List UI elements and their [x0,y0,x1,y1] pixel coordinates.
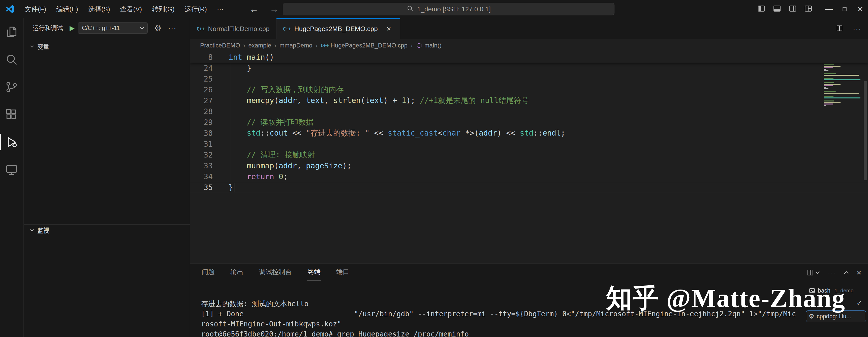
breadcrumb-item[interactable]: C++HugePages2MB_DEMO.cpp [320,42,407,49]
panel-tab-问题[interactable]: 问题 [201,264,215,280]
code-line-26[interactable]: 26 // 写入数据，到映射的内存 [190,84,868,95]
activity-run-and-debug-icon[interactable] [0,128,24,156]
breadcrumb-label: HugePages2MB_DEMO.cpp [331,42,407,49]
close-panel-icon[interactable]: × [857,268,862,277]
tab-NormalFileDemo.cpp[interactable]: C++NormalFileDemo.cpp [190,18,277,39]
minimap-line [824,69,826,70]
code-line-28[interactable]: 28 [190,106,868,117]
menu-overflow-icon[interactable]: ··· [212,2,228,16]
panel-tab-调试控制台[interactable]: 调试控制台 [258,264,292,280]
activity-bar [0,18,24,337]
menu-item[interactable]: 文件(F) [20,2,51,16]
maximize-button[interactable] [837,0,852,18]
minimap-line [824,93,859,94]
close-icon[interactable]: × [384,24,394,33]
menu-item[interactable]: 选择(S) [83,2,115,16]
panel-tab-端口[interactable]: 端口 [336,264,350,280]
minimap-line [824,82,834,83]
code-line-34[interactable]: 34 return 0; [190,171,868,182]
menu-item[interactable]: 转到(G) [147,2,180,16]
debug-config-dropdown[interactable]: C/C++: g++-11 [78,23,148,34]
back-arrow-icon[interactable]: ← [249,4,258,15]
code-text: } [228,64,251,73]
minimap-line [824,105,826,106]
search-icon [406,5,413,13]
code-line-32[interactable]: 32 // 清理: 接触映射 [190,149,868,160]
minimize-button[interactable]: — [821,0,837,18]
panel-tab-终端[interactable]: 终端 [307,264,321,280]
split-editor-icon[interactable] [836,25,843,33]
menu-item[interactable]: 查看(V) [115,2,147,16]
editor-actions: ··· [836,18,862,39]
toggle-panel-icon[interactable] [773,4,781,14]
variables-section-header[interactable]: 变量 [24,41,190,53]
code-line-35[interactable]: 35} [190,182,868,193]
code-line-30[interactable]: 30 std::cout << "存进去的数据: " << static_cas… [190,128,868,139]
debug-settings-gear-icon[interactable]: ⚙ [154,23,161,33]
breadcrumb-label: main() [425,42,441,49]
activity-remote-explorer-icon[interactable] [0,156,24,183]
code-line-27[interactable]: 27 memcpy(addr, text, strlen(text) + 1);… [190,95,868,106]
tab-label: NormalFileDemo.cpp [208,25,270,33]
line-number: 25 [190,75,213,83]
customize-layout-icon[interactable] [804,4,812,14]
code-line-29[interactable]: 29 // 读取并打印数据 [190,117,868,128]
minimap-line [824,104,833,105]
menu-item[interactable]: 运行(R) [180,2,212,16]
menu-item[interactable]: 编辑(E) [51,2,83,16]
tab-HugePages2MB_DEMO.cpp[interactable]: C++HugePages2MB_DEMO.cpp× [277,18,400,39]
minimap-line [824,67,833,68]
minimap-line [824,70,829,71]
activity-search-icon[interactable] [0,46,24,73]
code-line-25[interactable]: 25 [190,74,868,84]
sticky-line[interactable]: 8int main() [190,52,868,63]
scrollbar-thumb[interactable] [864,81,867,180]
code-editor[interactable]: 24 }2526 // 写入数据，到映射的内存27 memcpy(addr, t… [190,52,868,263]
panel-tab-输出[interactable]: 输出 [230,264,244,280]
line-number: 35 [190,183,213,192]
line-number: 28 [190,107,213,116]
minimap-line [824,75,859,76]
breadcrumb-item[interactable]: main() [416,42,441,49]
code-line-33[interactable]: 33 munmap(addr, pageSize); [190,160,868,171]
editor-more-actions-icon[interactable]: ··· [853,25,862,33]
breadcrumb-item[interactable]: example [248,42,271,49]
minimap-line [824,102,840,103]
tab-strip: C++NormalFileDemo.cppC++HugePages2MB_DEM… [190,18,400,39]
activity-extensions-icon[interactable] [0,101,24,128]
command-center-search[interactable]: 1_demo [SSH: 127.0.0.1] [283,3,615,16]
activity-explorer-icon[interactable] [0,18,24,46]
vscode-logo-icon [0,4,20,14]
maximize-panel-icon[interactable] [844,271,848,275]
breadcrumb-item[interactable]: mmapDemo [279,42,312,49]
breadcrumb-separator: › [410,41,413,50]
start-debug-button[interactable]: ▶ [69,24,74,32]
titlebar-right-controls: — × [757,0,868,18]
line-number: 32 [190,150,213,159]
watch-section-header[interactable]: 监视 [24,224,190,236]
cpp-file-icon: C++ [283,26,291,32]
tab-label: HugePages2MB_DEMO.cpp [294,25,378,33]
editor-scrollbar[interactable] [863,52,868,263]
minimap-line [824,97,861,99]
toggle-sidebar-icon[interactable] [757,4,766,14]
minimap-line [824,78,834,79]
minimap-line [824,66,840,67]
forward-arrow-icon[interactable]: → [270,4,279,15]
breadcrumb-separator: › [315,41,317,50]
toggle-secondary-sidebar-icon[interactable] [788,4,797,14]
debug-toolbar: 运行和调试 ▶ C/C++: g++-11 ⚙ ··· [24,18,190,38]
minimap-line [824,79,861,80]
activity-source-control-icon[interactable] [0,73,24,101]
code-line-31[interactable]: 31 [190,139,868,149]
code-line-24[interactable]: 24 } [190,63,868,74]
cpp-file-icon: C++ [320,43,329,48]
breadcrumb-item[interactable]: PracticeDEMO [200,42,240,49]
variables-section-label: 变量 [37,43,50,51]
line-number: 30 [190,129,213,138]
minimap-line [824,85,833,86]
sidebar-more-actions-icon[interactable]: ··· [168,24,177,32]
close-window-button[interactable]: × [852,0,868,18]
split-terminal-button[interactable] [806,269,819,276]
panel-more-actions-icon[interactable]: ··· [828,269,836,277]
